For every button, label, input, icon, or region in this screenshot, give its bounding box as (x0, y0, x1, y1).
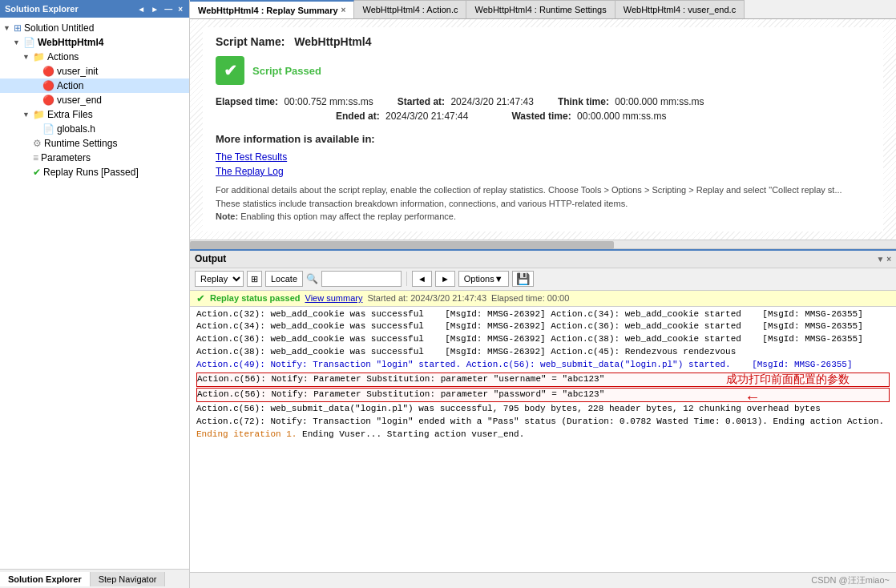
replay-summary: Script Name: WebHttpHtml4 ✔ Script Passe… (190, 19, 896, 240)
tree-item-runtime-settings[interactable]: ▷ ⚙ Runtime Settings (0, 136, 189, 151)
log-line: Ending action Action. (773, 417, 885, 426)
output-header-right: ▼ × (876, 255, 891, 264)
log-line: Action.c(38): web_add_cookie started [Ms… (551, 334, 862, 344)
log-line: Ending Vuser... (302, 429, 381, 439)
tree-item-vuser-init[interactable]: ▷ 🔴 vuser_init (0, 64, 189, 79)
replay-runs-label: Replay Runs [Passed] (43, 167, 139, 178)
timing-row-2: Ended at: 2024/3/20 21:47:44 Wasted time… (216, 111, 870, 122)
vuser-init-label: vuser_init (57, 66, 98, 77)
spacer7: ▷ (22, 168, 30, 176)
spacer2: ▷ (32, 82, 40, 90)
output-panel: Output ▼ × Replay ⊞ Locate 🔍 ◄ ► Options… (190, 249, 896, 589)
log-line: Action.c(45): Rendezvous rendezvous (551, 347, 736, 356)
tab-replay-summary[interactable]: WebHttpHtml4 : Replay Summary × (190, 0, 354, 18)
vuser-end-label: vuser_end (57, 95, 102, 106)
pin-btn[interactable]: ◄ (135, 5, 147, 14)
action-icon: 🔴 (42, 80, 54, 91)
step-navigator-tab-label: Step Navigator (99, 574, 157, 584)
tree-item-solution[interactable]: ▼ ⊞ Solution Untitled (0, 21, 189, 35)
test-results-link[interactable]: The Test Results (216, 151, 870, 163)
log-line: Ending iteration 1. (196, 429, 297, 439)
spacer1: ▷ (32, 67, 40, 75)
ended-group: Ended at: 2024/3/20 21:47:44 (336, 111, 468, 122)
pin-btn2[interactable]: ► (149, 5, 160, 14)
tree-item-globals[interactable]: ▷ 📄 globals.h (0, 122, 189, 136)
tab-vuser-end-label: WebHttpHtml4 : vuser_end.c (624, 5, 736, 14)
script-name-value: WebHttpHtml4 (294, 35, 371, 48)
log-line: Action.c(36): web_add_cookie was success… (196, 334, 546, 344)
replay-log-link[interactable]: The Replay Log (216, 166, 870, 177)
next-btn[interactable]: ► (435, 271, 455, 287)
tab-vuser-end[interactable]: WebHttpHtml4 : vuser_end.c (615, 0, 745, 18)
log-line: Action.c(32): web_add_cookie was success… (196, 309, 546, 319)
log-line: Action.c(34): web_add_cookie started [Ms… (551, 309, 862, 319)
tab-close-icon[interactable]: × (341, 6, 346, 14)
view-button[interactable]: ⊞ (247, 271, 262, 287)
status-elapsed: Elapsed time: 00:00 (491, 293, 569, 303)
log-line: Action.c(36): web_add_cookie started [Ms… (551, 321, 862, 331)
tree-item-extra-files[interactable]: ▼ 📁 Extra Files (0, 107, 189, 122)
elapsed-value: 00:00.752 mm:ss.ms (284, 96, 373, 107)
solution-explorer-header: Solution Explorer ◄ ► — × (0, 0, 189, 18)
log-line: Action.c(34): web_add_cookie was success… (196, 321, 546, 331)
solution-explorer-title: Solution Explorer (5, 4, 79, 14)
solution-icon: ⊞ (14, 22, 22, 34)
tab-runtime-settings[interactable]: WebHttpHtml4 : Runtime Settings (466, 0, 615, 18)
tree-area: ▼ ⊞ Solution Untitled ▼ 📄 WebHttpHtml4 ▼… (0, 18, 189, 569)
tree-item-actions[interactable]: ▼ 📁 Actions (0, 50, 189, 64)
ended-value: 2024/3/20 21:47:44 (385, 111, 468, 122)
close-panel-btn[interactable]: × (176, 5, 184, 14)
expand-icon-extra: ▼ (22, 111, 30, 119)
log-line: Action.c(56): Notify: Parameter Substitu… (196, 388, 890, 402)
header-buttons: ◄ ► — × (135, 5, 184, 14)
extra-files-icon: 📁 (33, 109, 45, 120)
tree-item-action[interactable]: ▷ 🔴 Action (0, 79, 189, 93)
tree-item-replay-runs[interactable]: ▷ ✔ Replay Runs [Passed] (0, 165, 189, 179)
tab-action-c-label: WebHttpHtml4 : Action.c (362, 5, 458, 14)
save-button[interactable]: 💾 (512, 271, 534, 287)
tab-action-c[interactable]: WebHttpHtml4 : Action.c (354, 0, 466, 18)
search-input[interactable] (321, 271, 402, 287)
think-value: 00:00.000 mm:ss.ms (615, 96, 704, 107)
solution-label: Solution Untitled (24, 22, 94, 34)
status-check-icon: ✔ (196, 292, 205, 304)
output-header: Output ▼ × (190, 251, 896, 268)
tree-item-webhttphtml4[interactable]: ▼ 📄 WebHttpHtml4 (0, 35, 189, 50)
minimize-btn[interactable]: — (163, 5, 174, 14)
horizontal-scrollbar[interactable] (190, 240, 896, 249)
expand-icon-wh: ▼ (13, 38, 21, 46)
log-line: Action.c(56): web_submit_data("login.pl"… (466, 360, 853, 369)
tab-replay-summary-label: WebHttpHtml4 : Replay Summary (198, 6, 338, 15)
parameters-label: Parameters (41, 152, 91, 163)
extra-files-label: Extra Files (47, 109, 93, 120)
scrollbar-thumb[interactable] (190, 241, 614, 249)
action-label: Action (57, 80, 83, 91)
script-name-label: Script Name: (216, 35, 285, 48)
solution-explorer-tab-label: Solution Explorer (8, 574, 82, 584)
globals-label: globals.h (57, 123, 95, 135)
tab-runtime-settings-label: WebHttpHtml4 : Runtime Settings (474, 5, 606, 14)
replay-dropdown[interactable]: Replay (195, 271, 244, 287)
parameters-icon: ≡ (33, 152, 38, 163)
output-status-bar: ✔ Replay status passed View summary Star… (190, 291, 896, 307)
tab-step-navigator[interactable]: Step Navigator (91, 572, 166, 586)
tree-item-parameters[interactable]: ▷ ≡ Parameters (0, 151, 189, 165)
started-group: Started at: 2024/3/20 21:47:43 (398, 96, 534, 107)
tree-item-vuser-end[interactable]: ▷ 🔴 vuser_end (0, 93, 189, 107)
search-icon: 🔍 (306, 273, 318, 284)
main-content: Script Name: WebHttpHtml4 ✔ Script Passe… (190, 19, 896, 588)
tab-solution-explorer[interactable]: Solution Explorer (0, 572, 91, 586)
prev-btn[interactable]: ◄ (412, 271, 432, 287)
check-passed-icon: ✔ (216, 56, 244, 85)
vuser-init-icon: 🔴 (42, 66, 54, 77)
replay-runs-icon: ✔ (33, 167, 41, 178)
vuser-end-icon: 🔴 (42, 95, 54, 106)
view-summary-link[interactable]: View summary (305, 293, 363, 303)
locate-button[interactable]: Locate (265, 271, 303, 287)
elapsed-label: Elapsed time: 00:00.752 mm:ss.ms (216, 96, 373, 107)
options-button[interactable]: Options▼ (458, 271, 509, 287)
output-toolbar: Replay ⊞ Locate 🔍 ◄ ► Options▼ 💾 (190, 268, 896, 291)
wasted-group: Wasted time: 00:00.000 mm:ss.ms (511, 111, 666, 122)
right-panel: WebHttpHtml4 : Replay Summary × WebHttpH… (190, 0, 896, 588)
output-log: Action.c(32): web_add_cookie was success… (190, 307, 896, 573)
